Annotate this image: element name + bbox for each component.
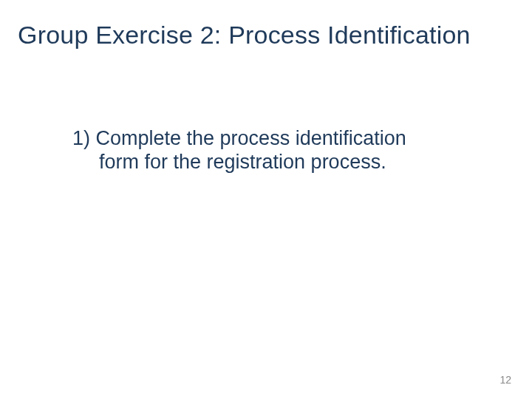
page-number: 12 <box>499 374 511 386</box>
body-line-1: 1) Complete the process identification <box>72 127 406 149</box>
slide-title: Group Exercise 2: Process Identification <box>18 21 471 50</box>
body-text: 1) Complete the process identification f… <box>72 127 427 174</box>
body-line-2: form for the registration process. <box>72 151 427 174</box>
